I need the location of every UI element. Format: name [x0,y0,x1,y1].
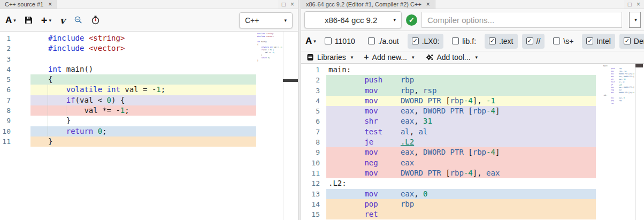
add-tool-button[interactable]: Add tool... ▾ [425,53,478,62]
filter-toggle[interactable]: ✓.LX0: [408,34,444,49]
code-line[interactable]: 9 } [0,116,298,126]
filter-toggle[interactable]: ✓Demangle [619,34,644,49]
token: 0 [98,127,102,135]
code-line[interactable]: 7 if(val < 0) { [0,95,298,105]
token: mov [364,148,378,156]
compiler-options-input[interactable] [421,12,622,28]
code-line[interactable]: 2 push rbp [301,75,644,85]
line-number: 11 [0,136,30,147]
code-line[interactable]: 13 mov eax, 0 [301,189,644,199]
line-number: 3 [0,54,30,64]
tab-cpp-source[interactable]: C++ source #1 × [0,0,57,9]
close-icon[interactable]: × [637,1,640,7]
code-line[interactable]: 1main: [301,65,644,75]
source-toolbar: A ▾ + ▾ v C++ ▾ [0,9,298,32]
filter-toggle[interactable]: ✓Intel [582,34,615,49]
code-line[interactable]: 6 shr eax, 31 [301,116,644,126]
maximize-icon[interactable]: □ [628,1,632,7]
code-text: mov eax, 0 [326,189,596,199]
asm-font-size-button[interactable]: A ▾ [305,36,316,47]
minimap-token [603,81,611,83]
font-size-button[interactable]: A ▾ [5,15,16,26]
add-new-button[interactable]: + Add new... ▾ [364,53,414,62]
code-line[interactable]: 10 return 0; [0,126,298,136]
code-line[interactable]: 5{ [0,74,298,85]
gear-icon [425,54,434,61]
filter-toggle[interactable]: lib.f: [448,34,480,49]
scrollbar-marker[interactable] [283,79,298,82]
filter-toggle[interactable]: ✓// [522,34,545,49]
compiler-explorer-app: C++ source #1 × □ × A ▾ + ▾ v [0,0,644,220]
source-editor[interactable]: 1#include <string>2#include <vector>34in… [0,32,298,220]
compiler-selector[interactable]: x86-64 gcc 9.2 ▾ [304,11,402,28]
close-icon[interactable]: × [426,1,430,7]
add-new-label: Add new... [372,53,407,62]
code-line[interactable]: 4int main() [0,64,298,74]
line-number: 6 [301,116,326,126]
filter-buttons: 11010./a.out✓.LX0:lib.f:✓.text✓//\s+✓Int… [320,34,644,49]
code-line[interactable]: 11 mov DWORD PTR [rbp-4], eax [301,168,644,178]
code-line[interactable]: 12.L2: [301,178,644,188]
code-line[interactable]: 8 val *= -1; [0,105,298,116]
token [328,148,364,156]
minimap-token: DWORD PTR [624,86,632,88]
scrollbar[interactable] [635,64,643,220]
libraries-label: Libraries [317,53,346,62]
token: eax [401,117,414,125]
code-line[interactable]: 5 mov eax, DWORD PTR [rbp-4] [301,106,644,116]
minimap[interactable]: #include <string>#include <vector>int ma… [257,33,283,62]
chevron-down-icon: ▾ [476,55,478,60]
minimap-token: DWORD PTR [619,92,627,94]
code-text: main: [326,65,596,75]
zoom-button[interactable] [74,16,83,25]
code-line[interactable]: 3 [0,54,298,64]
line-number: 15 [301,209,326,219]
token: 31 [423,117,432,125]
scrollbar-marker[interactable] [635,64,643,67]
filter-toggle[interactable]: \s+ [549,34,578,49]
token: mov [364,189,378,198]
token: return [66,127,94,135]
filter-toggle[interactable]: 11010 [320,34,359,49]
code-line[interactable]: 6 volatile int val = -1; [0,85,298,95]
code-text: pop rbp [326,199,596,209]
token: -4 [464,96,473,105]
line-number: 13 [301,189,326,199]
close-icon[interactable]: × [290,1,294,7]
options-dropdown-button[interactable]: ▾ [629,12,641,28]
code-line[interactable]: 10 neg eax [301,158,644,168]
assembly-editor[interactable]: 1main:2 push rbp3 mov rbp, rsp4 mov DWOR… [301,64,644,220]
chevron-down-icon: ▾ [393,17,396,22]
scrollbar[interactable] [283,32,292,220]
code-line[interactable]: 9 mov eax, DWORD PTR [rbp-4] [301,147,644,157]
code-line[interactable]: 15 ret [301,209,644,219]
line-number: 4 [0,64,30,74]
filter-toggle[interactable]: ./a.out [364,34,403,49]
vim-mode-button[interactable]: v [60,15,65,26]
tab-compiler-output[interactable]: x86-64 gcc 9.2 (Editor #1, Compiler #2) … [301,0,435,9]
code-line[interactable]: 2#include <vector> [0,43,298,54]
code-line[interactable]: 3 mov rbp, rsp [301,86,644,96]
token: int [48,65,62,73]
line-number: 7 [301,127,326,137]
timing-button[interactable] [91,16,99,25]
minimap-token: DWORD PTR [624,75,632,78]
code-line[interactable]: 8 je .L2 [301,137,644,147]
code-line[interactable]: 1#include <string> [0,33,298,43]
close-icon[interactable]: × [48,1,52,7]
code-line[interactable]: 14 pop rbp [301,199,644,209]
minimap-line: } [257,59,283,62]
token: DWORD PTR [423,107,464,115]
filter-toggle[interactable]: ✓.text [485,34,517,49]
save-button[interactable] [25,16,33,24]
minimap[interactable]: main: push rbp mov rbp, rsp mov DWORD PT… [603,65,634,105]
token: eax [401,189,414,198]
maximize-icon[interactable]: □ [282,1,286,7]
add-pane-button[interactable]: + ▾ [41,15,51,26]
code-line[interactable]: 7 test al, al [301,127,644,137]
libraries-button[interactable]: Libraries ▾ [306,53,353,62]
code-line[interactable]: 11} [0,136,298,147]
code-line[interactable]: 4 mov DWORD PTR [rbp-4], -1 [301,96,644,106]
token: ], [473,169,486,177]
language-selector[interactable]: C++ ▾ [239,12,293,28]
